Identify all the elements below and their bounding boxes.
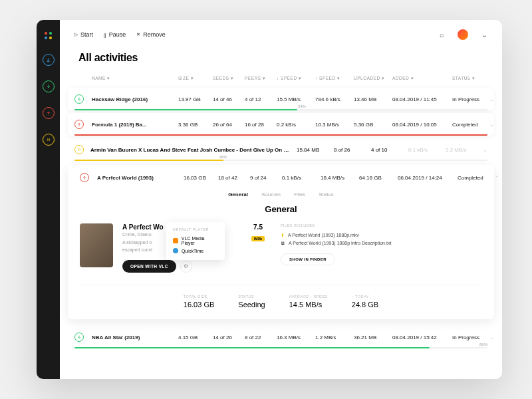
tab-general[interactable]: General <box>228 192 248 198</box>
table-row[interactable]: NBA All Star (2019) 4.15 GB 14 of 26 8 o… <box>60 326 502 348</box>
nav-download-icon[interactable] <box>43 80 55 92</box>
video-file-icon: ⬇ <box>281 233 285 238</box>
col-peers[interactable]: PEERS ▾ <box>245 76 277 81</box>
show-in-finder-button[interactable]: SHOW IN FINDER <box>281 253 335 265</box>
start-button[interactable]: ▷Start <box>74 31 93 38</box>
upload-icon <box>80 173 89 182</box>
col-status[interactable]: STATUS ▾ <box>452 76 489 81</box>
pause-button[interactable]: ||Pause <box>104 31 126 38</box>
avatar[interactable] <box>458 29 468 40</box>
vlc-icon <box>173 238 178 243</box>
tab-sources[interactable]: Sources <box>261 192 281 198</box>
col-uploaded[interactable]: UPLOADED ▾ <box>354 76 392 81</box>
col-uspeed[interactable]: ↑ SPEED ▾ <box>315 76 354 81</box>
download-icon <box>74 94 84 104</box>
col-name[interactable]: NAME ▾ <box>92 76 178 81</box>
chevron-down-icon[interactable]: ⌄ <box>489 96 497 102</box>
open-with-vlc-button[interactable]: OPEN WITH VLC <box>122 260 176 273</box>
pause-icon: || <box>104 33 106 37</box>
chevron-up-icon[interactable]: ⌃ <box>495 175 502 181</box>
stats-row: TOTAL SIZE16.03 GB STATUSSeeding AVERAGE… <box>80 285 482 309</box>
table-row[interactable]: A Perfect World (1993) 16.03 GB 18 of 42… <box>80 173 482 189</box>
download-icon <box>74 332 84 342</box>
upload-icon <box>74 120 84 129</box>
chevron-down-icon[interactable]: ⌄ <box>483 147 487 153</box>
chevron-down-icon[interactable]: ⌄ <box>489 122 497 128</box>
pause-icon <box>74 145 84 154</box>
file-item[interactable]: 🗎A Perfect World (1993) 1080p Intro Desc… <box>281 239 482 247</box>
nav-upload-icon[interactable] <box>43 107 55 119</box>
nav-all-icon[interactable] <box>43 54 55 66</box>
toolbar: ▷Start ||Pause ✕Remove ⌕ ⌄ <box>60 20 502 49</box>
col-seeds[interactable]: SEEDS ▾ <box>213 76 245 81</box>
detail-tabs: General Sources Files Status <box>80 189 482 204</box>
rating: 7.5 IMDb <box>245 223 271 273</box>
main-content: ▷Start ||Pause ✕Remove ⌕ ⌄ All activitie… <box>60 20 502 379</box>
file-item[interactable]: ⬇A Perfect World (1993) 1080p.mkv <box>281 231 482 239</box>
logo <box>45 32 52 39</box>
table-header: NAME ▾ SIZE ▾ SEEDS ▾ PEERS ▾ ↓ SPEED ▾ … <box>60 72 502 85</box>
remove-button[interactable]: ✕Remove <box>136 31 166 38</box>
movie-thumbnail <box>80 223 113 267</box>
nav-pause-icon[interactable] <box>43 134 55 146</box>
search-icon[interactable]: ⌕ <box>440 31 444 39</box>
detail-heading: General <box>80 204 482 214</box>
player-option-vlc[interactable]: VLC Media Player <box>173 235 218 247</box>
text-file-icon: 🗎 <box>281 241 285 245</box>
table-row[interactable]: Armin Van Buuren X Lucas And Steve Feat … <box>60 138 502 161</box>
sidebar <box>37 20 60 379</box>
col-dspeed[interactable]: ↓ SPEED ▾ <box>277 76 315 81</box>
chevron-down-icon[interactable]: ⌄ <box>489 334 497 340</box>
page-title: All activities <box>60 49 502 72</box>
table-row[interactable]: Hacksaw Ridge (2016) 13.97 GB 14 of 46 4… <box>68 88 494 110</box>
tab-files[interactable]: Files <box>294 192 305 198</box>
player-popover: DEFAULT PLAYER VLC Media Player QuickTim… <box>166 222 225 260</box>
detail-panel: A Perfect World (1993) 16.03 GB 18 of 42… <box>68 165 494 319</box>
imdb-badge: IMDb <box>251 236 265 241</box>
player-option-quicktime[interactable]: QuickTime <box>173 247 218 255</box>
col-size[interactable]: SIZE ▾ <box>178 76 213 81</box>
col-added[interactable]: ADDED ▾ <box>392 76 452 81</box>
gear-icon[interactable]: ⚙ <box>180 261 192 273</box>
chevron-down-icon[interactable]: ⌄ <box>481 31 487 39</box>
tab-status[interactable]: Status <box>319 192 334 198</box>
quicktime-icon <box>173 248 178 253</box>
play-icon: ▷ <box>74 32 78 37</box>
close-icon: ✕ <box>136 32 140 37</box>
table-row[interactable]: Formula 1 (2019) Ba... 3.36 GB 26 of 64 … <box>68 113 494 136</box>
